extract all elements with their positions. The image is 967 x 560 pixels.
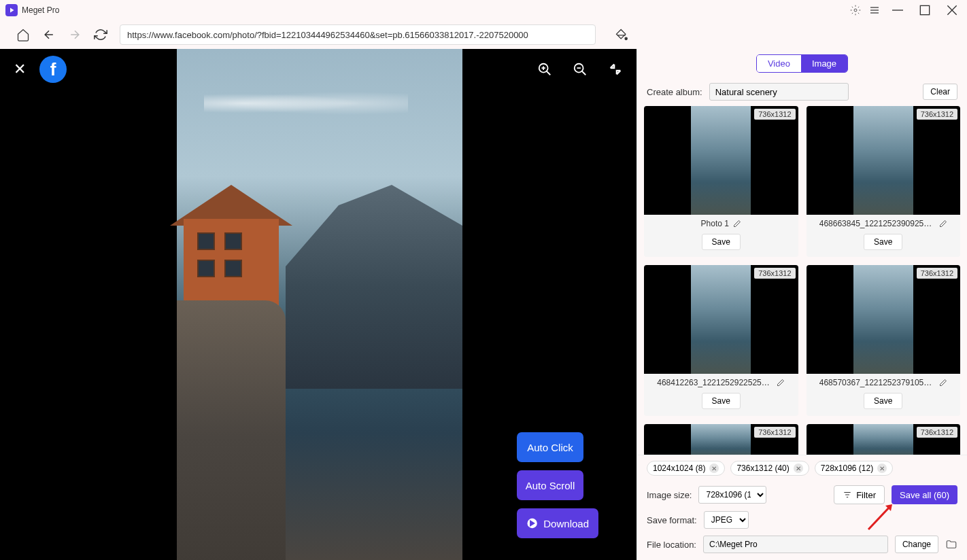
auto-click-button[interactable]: Auto Click (517, 432, 583, 462)
edit-icon[interactable] (777, 379, 785, 387)
chip-remove-icon[interactable]: ✕ (794, 463, 803, 473)
app-logo-icon (5, 4, 18, 16)
viewer-action-buttons: Auto Click Auto Scroll Download (517, 432, 598, 538)
thumbnail-card[interactable]: 736x1312 468570367_122125237910534460_ S… (807, 265, 961, 416)
dimension-badge: 736x1312 (917, 268, 957, 279)
dimension-badge: 736x1312 (754, 427, 795, 438)
tab-video[interactable]: Video (757, 55, 801, 72)
filter-button[interactable]: Filter (834, 485, 885, 504)
filter-chip[interactable]: 736x1312 (40)✕ (730, 461, 809, 476)
filter-chips: 1024x1024 (8)✕736x1312 (40)✕728x1096 (12… (637, 455, 967, 481)
paint-bucket-icon[interactable] (615, 28, 628, 41)
forward-icon[interactable] (68, 28, 82, 41)
tab-image[interactable]: Image (801, 55, 847, 72)
album-row: Create album: Clear (637, 77, 967, 106)
svg-point-0 (854, 9, 857, 12)
thumbnail-name: 468412263_122125292252534460_1 (657, 378, 773, 387)
svg-rect-1 (920, 5, 929, 14)
edit-icon[interactable] (939, 220, 947, 228)
chip-label: 1024x1024 (8) (653, 463, 705, 473)
edit-icon[interactable] (939, 379, 947, 387)
create-album-label: Create album: (647, 87, 702, 97)
thumbnail-save-button[interactable]: Save (702, 234, 741, 250)
thumbnail-image: 736x1312 (807, 265, 961, 374)
sidebar: Video Image Create album: Clear 736x1312… (637, 49, 967, 560)
clear-button[interactable]: Clear (923, 84, 957, 100)
viewer-topbar: ✕ f (0, 49, 637, 90)
thumbnail-card[interactable]: 736x1312 Photo 1 Save (644, 106, 798, 257)
thumbnail-save-button[interactable]: Save (864, 234, 902, 250)
thumbnail-image: 736x1312 (644, 265, 798, 374)
chip-label: 728x1096 (12) (821, 463, 873, 473)
thumbnail-image: 736x1312 (644, 424, 798, 455)
main-photo (177, 49, 462, 560)
titlebar: Meget Pro (0, 0, 967, 20)
close-button[interactable] (943, 1, 962, 20)
bottom-controls: Image size: 728x1096 (12) Filter Save al… (637, 481, 967, 560)
home-icon[interactable] (16, 28, 30, 41)
chip-remove-icon[interactable]: ✕ (877, 463, 887, 473)
svg-point-2 (625, 37, 627, 39)
thumbnail-card[interactable]: 736x1312 468412263_122125292252534460_1 … (644, 265, 798, 416)
menu-icon[interactable] (869, 5, 880, 16)
exit-fullscreen-icon[interactable] (608, 62, 623, 77)
thumbnail-image: 736x1312 (644, 106, 798, 215)
file-location-input[interactable] (703, 536, 888, 553)
filter-icon (843, 490, 852, 500)
thumbnail-grid: 736x1312 Photo 1 Save 736x1312 468663845… (644, 106, 960, 455)
facebook-logo-icon[interactable]: f (39, 56, 67, 83)
dimension-badge: 736x1312 (917, 109, 957, 120)
save-format-select[interactable]: JPEG (704, 511, 749, 529)
settings-icon[interactable] (850, 5, 861, 16)
minimize-button[interactable] (888, 1, 907, 20)
chip-remove-icon[interactable]: ✕ (709, 463, 719, 473)
thumbnail-card[interactable]: 736x1312 468663845_122125239092534460_ S… (807, 106, 961, 257)
url-text: https://www.facebook.com/photo/?fbid=122… (127, 30, 528, 40)
reload-icon[interactable] (94, 28, 107, 41)
filter-chip[interactable]: 728x1096 (12)✕ (815, 461, 893, 476)
edit-icon[interactable] (733, 220, 741, 228)
folder-icon[interactable] (945, 538, 957, 550)
main-area: ✕ f Auto Click (0, 49, 967, 560)
thumbnail-name: Photo 1 (701, 219, 729, 228)
download-icon (526, 517, 538, 529)
thumbnail-card[interactable]: 736x1312 (644, 424, 798, 455)
chip-label: 736x1312 (40) (736, 463, 789, 473)
zoom-in-icon[interactable] (537, 62, 552, 77)
thumbnail-image: 736x1312 (807, 106, 961, 215)
thumbnail-name: 468663845_122125239092534460_ (819, 219, 935, 228)
back-icon[interactable] (42, 28, 56, 41)
change-button[interactable]: Change (895, 536, 938, 553)
thumbnail-image: 736x1312 (807, 424, 961, 455)
album-name-input[interactable] (709, 83, 849, 101)
thumbnail-card[interactable]: 736x1312 (807, 424, 961, 455)
dimension-badge: 736x1312 (917, 427, 957, 438)
save-all-button[interactable]: Save all (60) (892, 485, 957, 504)
filter-chip[interactable]: 1024x1024 (8)✕ (647, 461, 725, 476)
url-input[interactable]: https://www.facebook.com/photo/?fbid=122… (120, 24, 596, 45)
app-title: Meget Pro (22, 5, 850, 15)
auto-scroll-button[interactable]: Auto Scroll (517, 470, 583, 500)
thumbnail-grid-wrap[interactable]: 736x1312 Photo 1 Save 736x1312 468663845… (637, 106, 967, 455)
download-button[interactable]: Download (517, 508, 598, 538)
browser-toolbar: https://www.facebook.com/photo/?fbid=122… (0, 20, 967, 49)
thumbnail-name: 468570367_122125237910534460_ (819, 378, 935, 387)
maximize-button[interactable] (915, 1, 934, 20)
thumbnail-save-button[interactable]: Save (864, 393, 902, 409)
sidebar-tabs: Video Image (637, 49, 967, 77)
viewer-close-icon[interactable]: ✕ (14, 60, 26, 78)
zoom-out-icon[interactable] (573, 62, 588, 77)
save-format-label: Save format: (647, 515, 697, 525)
thumbnail-save-button[interactable]: Save (702, 393, 741, 409)
file-location-label: File location: (647, 540, 696, 550)
dimension-badge: 736x1312 (754, 268, 795, 279)
image-size-label: Image size: (647, 490, 692, 500)
photo-viewer: ✕ f Auto Click (0, 49, 637, 560)
image-size-select[interactable]: 728x1096 (12) (698, 486, 766, 504)
dimension-badge: 736x1312 (754, 109, 795, 120)
